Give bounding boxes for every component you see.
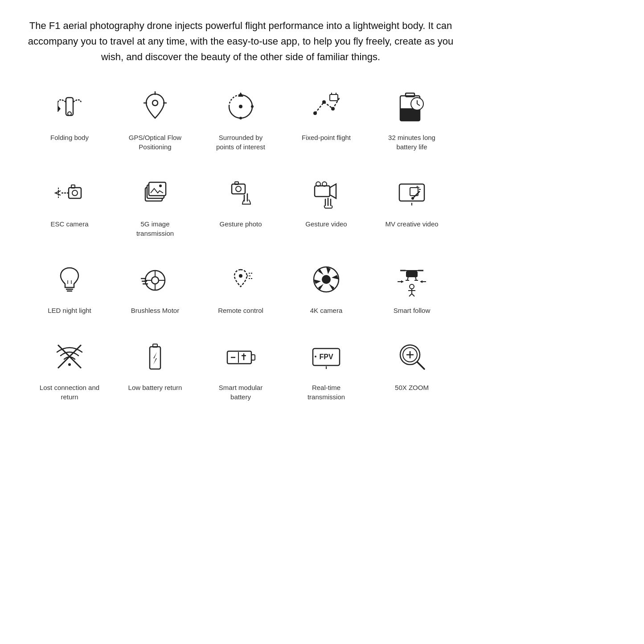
feature-esc-camera: ESC camera (27, 173, 112, 238)
feature-lost-connection: Lost connection and return (27, 336, 112, 402)
svg-line-71 (407, 277, 408, 280)
feature-smart-modular: Smart modular battery (198, 336, 283, 402)
feature-fixed-point: Fixed-point flight (283, 86, 369, 152)
battery-life-label: 32 minutes long battery life (381, 133, 443, 152)
svg-line-79 (412, 294, 414, 296)
svg-rect-12 (330, 94, 338, 101)
svg-point-34 (236, 186, 241, 192)
remote-control-icon (221, 259, 261, 299)
fixed-point-icon (306, 86, 346, 127)
svg-line-99 (417, 362, 424, 369)
svg-line-41 (414, 191, 420, 197)
gps-icon (135, 86, 175, 127)
smart-follow-label: Smart follow (394, 306, 431, 315)
feature-remote-control: Remote control (198, 259, 283, 315)
folding-body-label: Folding body (50, 133, 89, 142)
svg-marker-80 (401, 280, 404, 283)
feature-low-battery: Low battery return (112, 336, 198, 402)
features-grid: Folding body GPS/Optical Flow Positionin… (27, 86, 455, 402)
gesture-photo-label: Gesture photo (219, 219, 262, 229)
smart-modular-icon (221, 336, 261, 377)
50x-zoom-label: 50X ZOOM (395, 383, 429, 392)
feature-battery-life: 32 minutes long battery life (369, 86, 455, 152)
svg-rect-35 (235, 182, 238, 185)
svg-point-15 (313, 111, 317, 115)
feature-5g: 5G image transmission (112, 173, 198, 238)
feature-gesture-video: Gesture video (283, 173, 369, 238)
svg-rect-85 (150, 347, 160, 369)
fixed-point-label: Fixed-point flight (302, 133, 351, 142)
real-time-icon: FPV (306, 336, 346, 377)
svg-point-53 (152, 277, 159, 284)
mv-video-icon (392, 173, 432, 213)
feature-4k-camera: 4K camera (283, 259, 369, 315)
svg-point-3 (152, 100, 158, 106)
svg-point-96 (315, 356, 316, 357)
gesture-video-icon (306, 173, 346, 213)
svg-point-61 (239, 274, 242, 278)
gps-label: GPS/Optical Flow Positioning (124, 133, 186, 152)
lost-connection-label: Lost connection and return (38, 383, 101, 402)
svg-point-32 (159, 185, 162, 187)
mv-video-label: MV creative video (385, 219, 438, 229)
esc-camera-icon (49, 173, 90, 213)
svg-point-42 (411, 197, 414, 200)
feature-mv-video: MV creative video (369, 173, 455, 238)
4k-camera-label: 4K camera (310, 306, 343, 315)
feature-led-night: LED night light (27, 259, 112, 315)
remote-control-label: Remote control (218, 306, 263, 315)
gesture-photo-icon (221, 173, 261, 213)
feature-50x-zoom: 50X ZOOM (369, 336, 455, 402)
svg-line-72 (415, 277, 416, 280)
svg-point-11 (239, 117, 242, 119)
svg-point-75 (410, 284, 414, 289)
svg-point-17 (331, 107, 335, 111)
feature-folding-body: Folding body (27, 86, 112, 152)
svg-point-25 (72, 190, 78, 196)
real-time-label: Real-time transmission (295, 383, 357, 402)
feature-gps: GPS/Optical Flow Positioning (112, 86, 198, 152)
surrounded-icon (221, 86, 261, 127)
svg-rect-24 (69, 188, 81, 198)
svg-rect-19 (406, 93, 414, 97)
feature-smart-follow: Smart follow (369, 259, 455, 315)
svg-rect-31 (149, 182, 166, 196)
50x-zoom-icon (392, 336, 432, 377)
svg-rect-0 (66, 98, 73, 115)
4k-camera-icon (306, 259, 346, 299)
svg-point-82 (68, 363, 71, 366)
low-battery-label: Low battery return (128, 383, 182, 392)
brushless-motor-icon (135, 259, 175, 299)
svg-line-78 (409, 294, 412, 296)
gesture-video-label: Gesture video (305, 219, 347, 229)
feature-real-time: FPV Real-time transmission (283, 336, 369, 402)
svg-rect-36 (315, 186, 330, 197)
feature-brushless-motor: Brushless Motor (112, 259, 198, 315)
svg-point-10 (251, 105, 254, 108)
svg-rect-33 (232, 184, 245, 194)
svg-point-9 (239, 94, 242, 96)
svg-marker-81 (420, 280, 422, 283)
surrounded-label: Surrounded by points of interest (209, 133, 272, 152)
feature-gesture-photo: Gesture photo (198, 173, 283, 238)
intro-text: The F1 aerial photography drone injects … (27, 18, 455, 65)
led-night-label: LED night light (48, 306, 91, 315)
svg-text:FPV: FPV (319, 353, 333, 361)
brushless-motor-label: Brushless Motor (131, 306, 179, 315)
smart-modular-label: Smart modular battery (209, 383, 272, 402)
led-night-icon (49, 259, 90, 299)
svg-rect-70 (406, 271, 417, 277)
svg-point-16 (322, 100, 326, 104)
lost-connection-icon (49, 336, 90, 377)
5g-label: 5G image transmission (124, 219, 186, 238)
low-battery-icon (135, 336, 175, 377)
esc-camera-label: ESC camera (50, 219, 88, 229)
battery-life-icon (392, 86, 432, 127)
svg-marker-37 (330, 184, 336, 198)
svg-point-66 (322, 275, 331, 284)
smart-follow-icon (392, 259, 432, 299)
svg-point-8 (239, 105, 242, 108)
feature-surrounded: Surrounded by points of interest (198, 86, 283, 152)
5g-icon (135, 173, 175, 213)
folding-body-icon (49, 86, 90, 127)
